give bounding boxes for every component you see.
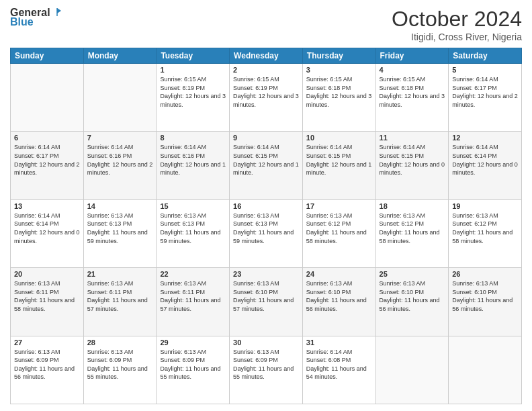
day-number: 6 xyxy=(14,134,80,142)
day-number: 23 xyxy=(233,270,299,278)
calendar-cell: 14Sunrise: 6:13 AM Sunset: 6:13 PM Dayli… xyxy=(83,199,157,267)
day-number: 7 xyxy=(87,134,153,142)
calendar-header-sunday: Sunday xyxy=(11,48,84,64)
day-info: Sunrise: 6:13 AM Sunset: 6:09 PM Dayligh… xyxy=(233,348,299,381)
calendar-header-tuesday: Tuesday xyxy=(157,48,230,64)
calendar-cell: 12Sunrise: 6:14 AM Sunset: 6:14 PM Dayli… xyxy=(449,132,522,199)
calendar-header-wednesday: Wednesday xyxy=(230,48,303,64)
calendar-cell: 17Sunrise: 6:13 AM Sunset: 6:12 PM Dayli… xyxy=(302,199,375,267)
calendar-cell: 28Sunrise: 6:13 AM Sunset: 6:09 PM Dayli… xyxy=(83,336,157,404)
day-info: Sunrise: 6:14 AM Sunset: 6:15 PM Dayligh… xyxy=(306,143,372,177)
calendar-cell: 30Sunrise: 6:13 AM Sunset: 6:09 PM Dayli… xyxy=(230,336,303,404)
day-info: Sunrise: 6:14 AM Sunset: 6:14 PM Dayligh… xyxy=(14,212,80,245)
day-info: Sunrise: 6:13 AM Sunset: 6:11 PM Dayligh… xyxy=(87,279,153,313)
calendar-cell: 11Sunrise: 6:14 AM Sunset: 6:15 PM Dayli… xyxy=(375,132,449,199)
day-number: 18 xyxy=(380,202,445,210)
day-number: 2 xyxy=(233,66,299,74)
day-number: 19 xyxy=(452,202,518,210)
day-info: Sunrise: 6:14 AM Sunset: 6:14 PM Dayligh… xyxy=(452,143,518,177)
calendar-cell: 1Sunrise: 6:15 AM Sunset: 6:19 PM Daylig… xyxy=(157,64,230,132)
day-number: 3 xyxy=(306,66,372,74)
day-number: 4 xyxy=(380,66,445,74)
calendar-table: SundayMondayTuesdayWednesdayThursdayFrid… xyxy=(10,48,522,404)
day-info: Sunrise: 6:14 AM Sunset: 6:15 PM Dayligh… xyxy=(380,143,445,177)
calendar-cell: 27Sunrise: 6:13 AM Sunset: 6:09 PM Dayli… xyxy=(11,336,84,404)
day-number: 31 xyxy=(306,338,372,347)
day-number: 10 xyxy=(306,134,372,142)
day-info: Sunrise: 6:13 AM Sunset: 6:11 PM Dayligh… xyxy=(14,279,80,313)
day-number: 25 xyxy=(380,270,445,278)
day-number: 16 xyxy=(233,202,299,210)
calendar-header-friday: Friday xyxy=(375,48,449,64)
calendar-cell: 24Sunrise: 6:13 AM Sunset: 6:10 PM Dayli… xyxy=(302,268,375,336)
svg-marker-0 xyxy=(57,8,61,13)
calendar-cell: 21Sunrise: 6:13 AM Sunset: 6:11 PM Dayli… xyxy=(83,268,157,336)
title-block: October 2024 Itigidi, Cross River, Niger… xyxy=(392,7,522,42)
day-info: Sunrise: 6:15 AM Sunset: 6:18 PM Dayligh… xyxy=(306,75,372,109)
day-info: Sunrise: 6:13 AM Sunset: 6:12 PM Dayligh… xyxy=(380,212,445,245)
day-info: Sunrise: 6:14 AM Sunset: 6:17 PM Dayligh… xyxy=(14,143,80,177)
calendar-cell xyxy=(449,336,522,404)
day-number: 21 xyxy=(87,270,153,278)
calendar-header-row: SundayMondayTuesdayWednesdayThursdayFrid… xyxy=(11,48,522,64)
calendar-cell xyxy=(83,64,157,132)
calendar-cell: 5Sunrise: 6:14 AM Sunset: 6:17 PM Daylig… xyxy=(449,64,522,132)
calendar-cell: 22Sunrise: 6:13 AM Sunset: 6:11 PM Dayli… xyxy=(157,268,230,336)
calendar-cell xyxy=(11,64,84,132)
day-info: Sunrise: 6:15 AM Sunset: 6:19 PM Dayligh… xyxy=(160,75,226,109)
calendar-cell: 25Sunrise: 6:13 AM Sunset: 6:10 PM Dayli… xyxy=(375,268,449,336)
calendar-week-1: 1Sunrise: 6:15 AM Sunset: 6:19 PM Daylig… xyxy=(11,64,522,132)
calendar-week-4: 20Sunrise: 6:13 AM Sunset: 6:11 PM Dayli… xyxy=(11,268,522,336)
day-number: 1 xyxy=(160,66,226,74)
day-number: 5 xyxy=(452,66,518,74)
calendar-cell: 15Sunrise: 6:13 AM Sunset: 6:13 PM Dayli… xyxy=(157,199,230,267)
calendar-header-thursday: Thursday xyxy=(302,48,375,64)
calendar-cell: 6Sunrise: 6:14 AM Sunset: 6:17 PM Daylig… xyxy=(11,132,84,199)
day-info: Sunrise: 6:13 AM Sunset: 6:13 PM Dayligh… xyxy=(233,212,299,245)
day-info: Sunrise: 6:13 AM Sunset: 6:13 PM Dayligh… xyxy=(87,212,153,245)
day-number: 22 xyxy=(160,270,226,278)
day-info: Sunrise: 6:15 AM Sunset: 6:19 PM Dayligh… xyxy=(233,75,299,109)
page: General Blue October 2024 Itigidi, Cross… xyxy=(0,0,532,411)
logo: General Blue xyxy=(10,7,62,28)
day-info: Sunrise: 6:14 AM Sunset: 6:16 PM Dayligh… xyxy=(87,143,153,177)
calendar-cell: 7Sunrise: 6:14 AM Sunset: 6:16 PM Daylig… xyxy=(83,132,157,199)
day-info: Sunrise: 6:13 AM Sunset: 6:10 PM Dayligh… xyxy=(452,279,518,313)
day-info: Sunrise: 6:13 AM Sunset: 6:10 PM Dayligh… xyxy=(380,279,445,313)
day-number: 20 xyxy=(14,270,80,278)
calendar-cell: 26Sunrise: 6:13 AM Sunset: 6:10 PM Dayli… xyxy=(449,268,522,336)
calendar-header-saturday: Saturday xyxy=(449,48,522,64)
calendar-week-3: 13Sunrise: 6:14 AM Sunset: 6:14 PM Dayli… xyxy=(11,199,522,267)
day-info: Sunrise: 6:13 AM Sunset: 6:11 PM Dayligh… xyxy=(160,279,226,313)
calendar-cell: 4Sunrise: 6:15 AM Sunset: 6:18 PM Daylig… xyxy=(375,64,449,132)
day-info: Sunrise: 6:14 AM Sunset: 6:08 PM Dayligh… xyxy=(306,348,372,381)
month-title: October 2024 xyxy=(392,7,522,32)
day-number: 12 xyxy=(452,134,518,142)
calendar-cell: 16Sunrise: 6:13 AM Sunset: 6:13 PM Dayli… xyxy=(230,199,303,267)
calendar-cell: 2Sunrise: 6:15 AM Sunset: 6:19 PM Daylig… xyxy=(230,64,303,132)
day-info: Sunrise: 6:13 AM Sunset: 6:09 PM Dayligh… xyxy=(160,348,226,381)
calendar-cell: 8Sunrise: 6:14 AM Sunset: 6:16 PM Daylig… xyxy=(157,132,230,199)
logo-blue: Blue xyxy=(10,16,34,28)
calendar-week-5: 27Sunrise: 6:13 AM Sunset: 6:09 PM Dayli… xyxy=(11,336,522,404)
day-number: 15 xyxy=(160,202,226,210)
calendar-cell: 10Sunrise: 6:14 AM Sunset: 6:15 PM Dayli… xyxy=(302,132,375,199)
day-info: Sunrise: 6:13 AM Sunset: 6:09 PM Dayligh… xyxy=(14,348,80,381)
day-info: Sunrise: 6:13 AM Sunset: 6:13 PM Dayligh… xyxy=(160,212,226,245)
calendar-cell: 31Sunrise: 6:14 AM Sunset: 6:08 PM Dayli… xyxy=(302,336,375,404)
day-info: Sunrise: 6:14 AM Sunset: 6:15 PM Dayligh… xyxy=(233,143,299,177)
header: General Blue October 2024 Itigidi, Cross… xyxy=(10,7,522,42)
day-info: Sunrise: 6:14 AM Sunset: 6:16 PM Dayligh… xyxy=(160,143,226,177)
day-number: 26 xyxy=(452,270,518,278)
logo-flag-icon xyxy=(52,7,62,17)
calendar-cell: 3Sunrise: 6:15 AM Sunset: 6:18 PM Daylig… xyxy=(302,64,375,132)
day-number: 24 xyxy=(306,270,372,278)
day-info: Sunrise: 6:14 AM Sunset: 6:17 PM Dayligh… xyxy=(452,75,518,109)
calendar-cell xyxy=(375,336,449,404)
day-info: Sunrise: 6:15 AM Sunset: 6:18 PM Dayligh… xyxy=(380,75,445,109)
day-number: 29 xyxy=(160,338,226,347)
day-info: Sunrise: 6:13 AM Sunset: 6:12 PM Dayligh… xyxy=(452,212,518,245)
calendar-cell: 18Sunrise: 6:13 AM Sunset: 6:12 PM Dayli… xyxy=(375,199,449,267)
day-info: Sunrise: 6:13 AM Sunset: 6:12 PM Dayligh… xyxy=(306,212,372,245)
calendar-cell: 23Sunrise: 6:13 AM Sunset: 6:10 PM Dayli… xyxy=(230,268,303,336)
